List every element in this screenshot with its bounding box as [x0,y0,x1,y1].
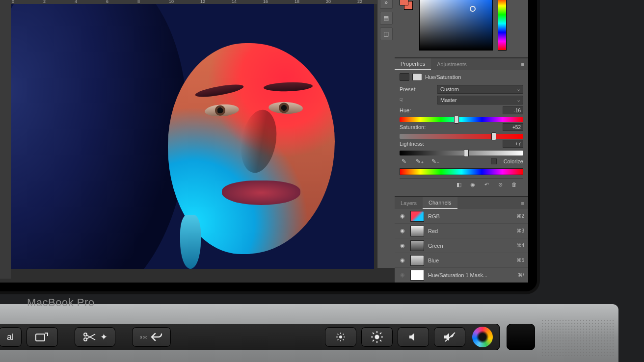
svg-line-18 [380,340,381,341]
toggle-visibility-icon[interactable]: ◉ [468,181,477,188]
channel-row[interactable]: ◉ Green ⌘4 [395,238,528,253]
volume-low-icon [408,332,419,342]
channel-thumb [410,255,424,266]
eyedropper-subtract-icon[interactable]: ✎₋ [431,157,440,165]
touchbar-button-mute[interactable] [434,327,465,347]
ruler-mark: 0 [11,0,42,4]
ruler-mark: 20 [325,0,356,4]
tab-properties[interactable]: Properties [395,58,431,70]
dock-icon-histogram[interactable]: ▤ [380,12,393,25]
lightness-slider-thumb[interactable] [464,149,469,157]
horizontal-ruler: 0 2 4 6 8 10 12 14 16 18 20 22 24 [11,0,394,4]
visibility-icon[interactable]: ◉ [399,257,406,263]
channel-thumb [410,270,424,281]
ruler-mark: 10 [168,0,199,4]
siri-icon [472,327,493,347]
channel-row[interactable]: ◉ Hue/Saturation 1 Mask... ⌘\ [395,268,528,283]
hue-label: Hue: [400,107,434,113]
reset-icon[interactable]: ⊘ [496,181,505,188]
previous-state-icon[interactable]: ↶ [482,181,491,188]
visibility-icon[interactable]: ◉ [399,213,406,219]
ruler-mark: 8 [136,0,168,4]
touchbar-button-partial[interactable]: al [0,327,22,347]
svg-point-3 [339,336,342,338]
touchbar-button-brightness-up[interactable] [361,327,393,347]
eyedropper-add-icon[interactable]: ✎₊ [415,157,424,165]
properties-panel: Properties Adjustments ≡ Hue/Saturation … [395,58,528,197]
ruler-mark: 2 [42,0,74,4]
dock-expand-button[interactable]: » [380,0,393,9]
color-field[interactable] [419,0,493,51]
channel-row[interactable]: ◉ RGB ⌘2 [395,209,528,224]
foreground-background-swatch[interactable] [400,0,414,11]
touchbar-button-screenshot[interactable] [27,327,58,347]
touchbar-button-volume-down[interactable] [398,327,429,347]
svg-line-20 [380,333,381,334]
eyedropper-icon[interactable]: ✎ [400,157,408,165]
channel-thumb [410,226,424,236]
dock-icon-navigator[interactable]: ◫ [380,27,393,40]
photo-portrait [148,24,354,269]
touchbar-button-undo[interactable]: ▫▫▫ [132,327,171,347]
layer-mask-icon[interactable] [412,73,422,81]
ruler-corner [0,0,11,4]
channel-row[interactable]: ◉ Red ⌘3 [395,224,528,238]
visibility-icon[interactable]: ◉ [399,242,406,249]
svg-rect-0 [36,334,45,341]
touchbar-button-siri[interactable] [470,327,495,347]
range-select[interactable]: Master⌵ [437,96,523,104]
targeted-adjust-icon[interactable]: ☟ [400,97,434,103]
colorize-label: Colorize [504,158,523,164]
visibility-icon[interactable]: ◉ [399,272,406,278]
screen: ✥ ⌵ ☐ 3D Mode: ◎ ⟳ ✥ ↕ □ ▣ ⌕ ▦ ⇪ 0 2 [0,0,528,283]
touch-bar: al ✦ ▫▫▫ [0,324,500,350]
preset-select[interactable]: Custom⌵ [437,85,523,94]
hue-slider[interactable] [498,0,507,51]
laptop-display-frame: ✥ ⌵ ☐ 3D Mode: ◎ ⟳ ✥ ↕ □ ▣ ⌕ ▦ ⇪ 0 2 [0,0,540,294]
tab-channels[interactable]: Channels [423,197,457,209]
channels-panel: Layers Channels ≡ ◉ RGB ⌘2 ◉ Red [395,197,528,283]
saturation-slider-track[interactable] [400,134,523,139]
svg-line-17 [373,333,374,334]
lightness-value-input[interactable] [503,140,523,148]
svg-line-9 [343,339,344,340]
panel-menu-icon[interactable]: ≡ [517,61,528,67]
hue-result-strip [400,168,523,175]
collapsed-panel-dock: » ▤ ◫ [377,0,395,268]
lightness-slider-track[interactable] [400,151,523,155]
chevron-down-icon: ⌵ [517,87,520,92]
touchbar-button-brightness-down[interactable] [325,327,356,347]
hue-value-input[interactable] [503,106,523,114]
tab-adjustments[interactable]: Adjustments [431,58,473,70]
touchbar-button-healing[interactable]: ✦ [75,327,115,347]
hue-slider-thumb[interactable] [454,116,459,124]
speaker-grille [541,319,615,358]
svg-line-10 [338,339,339,340]
touch-id-sensor[interactable] [507,324,535,350]
panel-menu-icon[interactable]: ≡ [517,200,528,206]
brightness-low-icon [335,332,346,342]
channel-row[interactable]: ◉ Blue ⌘5 [395,253,528,268]
visibility-icon[interactable]: ◉ [399,228,406,234]
step-icon: ▫▫▫ [140,334,148,341]
svg-line-19 [373,340,374,341]
adjustment-name: Hue/Saturation [425,74,461,80]
saturation-value-input[interactable] [503,123,523,131]
clip-to-layer-icon[interactable]: ◧ [455,181,463,188]
channel-thumb [410,240,424,251]
right-panel-column: Color Swatches ≡ Properties [395,0,528,283]
colorize-checkbox[interactable] [491,158,497,164]
saturation-label: Saturation: [400,124,434,130]
document-canvas[interactable] [11,4,374,269]
color-field-cursor [470,6,476,12]
screenshot-icon [35,332,49,342]
saturation-slider-thumb[interactable] [491,132,496,140]
hue-slider-track[interactable] [400,117,523,122]
volume-mute-icon [443,332,456,342]
adjustment-type-icon [400,73,409,81]
ruler-mark: 12 [199,0,231,4]
channel-thumb [410,211,424,222]
scissors-icon [82,332,97,342]
tab-layers[interactable]: Layers [395,197,423,209]
trash-icon[interactable]: 🗑 [510,181,518,188]
